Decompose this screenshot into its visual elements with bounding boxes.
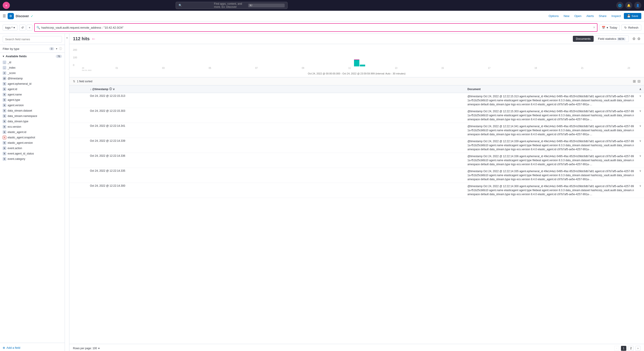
nav-alerts-icon[interactable]: 🔔 [625,2,632,9]
next-page-button[interactable]: › [636,346,640,351]
chart-bar-col [372,48,377,66]
expand-row-icon[interactable]: ∨ [639,139,641,142]
rows-per-page-chevron[interactable]: ▾ [98,347,100,350]
expand-row-icon[interactable]: ∨ [639,169,641,172]
field-item[interactable]: kagent.version [0,103,65,108]
field-item[interactable]: kdata_stream.namespace [0,113,65,119]
field-item[interactable]: kevent.action [0,146,65,151]
json-view-button[interactable]: ⊟ [638,79,640,83]
expand-row-button[interactable]: ▷ [72,109,74,113]
row-checkbox[interactable] [76,124,78,128]
row-checkbox[interactable] [76,94,78,98]
field-item[interactable]: kelastic_agent.snapshot [0,135,65,140]
field-item[interactable]: kelastic_agent.id [0,129,65,135]
row-checkbox[interactable] [76,169,78,173]
new-button[interactable]: New [562,13,571,18]
expand-row-button[interactable]: ▷ [72,184,74,188]
inspect-button[interactable]: Inspect [610,13,622,18]
chart-bars[interactable] [79,48,640,66]
row-checkbox[interactable] [76,139,78,143]
field-type-badge: k [3,120,6,123]
chart-bar-col [488,48,494,66]
field-item[interactable]: kagent.name [0,92,65,97]
index-pattern-selector[interactable]: logs-* ▾ [3,24,18,31]
field-item[interactable]: kagent.ephemeral_id [0,81,65,86]
hamburger-menu[interactable]: ☰ [3,14,6,18]
share-button[interactable]: Share [597,13,608,18]
chart-settings-icon[interactable]: ⚙ [637,37,640,41]
field-item[interactable]: kevent.agent_id_status [0,151,65,156]
table-view-button[interactable]: ⊞ [633,79,636,83]
chart-x-label [594,67,617,71]
chevron-collapse-icon[interactable]: ▾ [3,54,4,58]
expand-row-icon[interactable]: ∨ [639,94,641,97]
chart-bar-col [214,48,219,66]
filter-type-chevron: ▾ [56,47,57,50]
field-item[interactable]: kdata_stream.type [0,119,65,124]
chart-bar-col [582,48,588,66]
row-checkbox[interactable] [76,154,78,158]
field-type-badge: _ [3,61,6,64]
page-1-button[interactable]: 1 [621,346,626,351]
refresh-button[interactable]: ↻ Refresh [622,24,641,31]
field-item[interactable]: kdata_stream.dataset [0,108,65,113]
save-button[interactable]: 💾 Save [624,13,641,19]
settings-icon[interactable]: ⚙ [632,37,636,41]
sidebar-search-input[interactable] [3,36,62,42]
row-checkbox[interactable] [76,109,78,113]
prev-page-button[interactable]: ‹ [614,346,619,351]
expand-row-button[interactable]: ▷ [72,94,74,98]
row-checkbox[interactable] [76,184,78,188]
filter-options-button[interactable]: + [27,24,32,31]
field-item[interactable]: kagent.type [0,97,65,103]
field-item[interactable]: kagent.id [0,86,65,92]
field-item[interactable]: kecs.version [0,124,65,129]
options-button[interactable]: Options [547,13,560,18]
field-item[interactable]: #_score [0,70,65,76]
field-item[interactable]: kevent.category [0,156,65,162]
filter-add-button[interactable]: ↺ [19,24,26,31]
collapse-icon: « [66,36,68,39]
document-cell: @timestamp Oct 24, 2022 @ 12:22:14.335 a… [465,168,636,183]
chart-bar-col [307,48,312,66]
y-label-100: 100 [73,56,77,59]
filter-type-info-icon[interactable]: ⓘ [59,47,62,51]
col-timestamp[interactable]: ↓ @timestamp ⓘ ∨ [87,85,465,93]
chart-bar-col [406,48,412,66]
page-2-button[interactable]: 2 [628,346,634,351]
chart-x-label: 23 [617,67,640,71]
field-item[interactable]: __index [0,65,65,70]
available-fields-label: Available fields [6,54,54,58]
search-keyboard-shortcut: ⌘/ [248,3,285,7]
nav-user-icon[interactable]: 👤 [634,2,641,9]
expand-row-button[interactable]: ▷ [72,169,74,173]
date-picker[interactable]: 📅 ▾ Today [599,24,620,31]
expand-row-icon[interactable]: ∨ [639,124,641,127]
document-cell: @timestamp Oct 24, 2022 @ 12:22:15.313 a… [465,93,636,108]
expand-row-button[interactable]: ▷ [72,124,74,128]
nav-globe-icon[interactable]: 🌐 [616,2,624,9]
open-button[interactable]: Open [572,13,583,18]
expand-row-button[interactable]: ▷ [72,154,74,158]
tab-documents[interactable]: Documents [573,36,594,42]
document-cell: @timestamp Oct 24, 2022 @ 12:22:14.341 a… [465,123,636,138]
global-search-bar[interactable]: 🔍 Find apps, content, and more. Ex: Disc… [176,2,288,9]
expand-row-button[interactable]: ▷ [72,139,74,143]
available-fields-header: ▾ Available fields 76 [0,53,65,60]
add-field-button[interactable]: ⊕ Add a field [3,345,62,350]
chart-bar-col [612,48,617,66]
tab-field-statistics[interactable]: Field statistics BETA [594,35,629,42]
clear-search-button[interactable]: × [593,25,595,29]
field-item[interactable]: @@timestamp [0,76,65,81]
search-box-input[interactable] [42,26,593,29]
sidebar-collapse-toggle[interactable]: « [65,34,69,351]
chart-bar-col [635,48,640,66]
expand-row-icon[interactable]: ∨ [639,184,641,187]
field-item[interactable]: kelastic_agent.version [0,140,65,146]
field-item[interactable]: __id [0,60,65,65]
expand-col-icon[interactable]: ∧ [639,88,641,91]
expand-row-icon[interactable]: ∨ [639,154,641,157]
expand-row-icon[interactable]: ∨ [639,109,641,112]
document-text: @timestamp Oct 24, 2022 @ 12:22:14.341 a… [468,124,634,136]
alerts-button[interactable]: Alerts [585,13,596,18]
